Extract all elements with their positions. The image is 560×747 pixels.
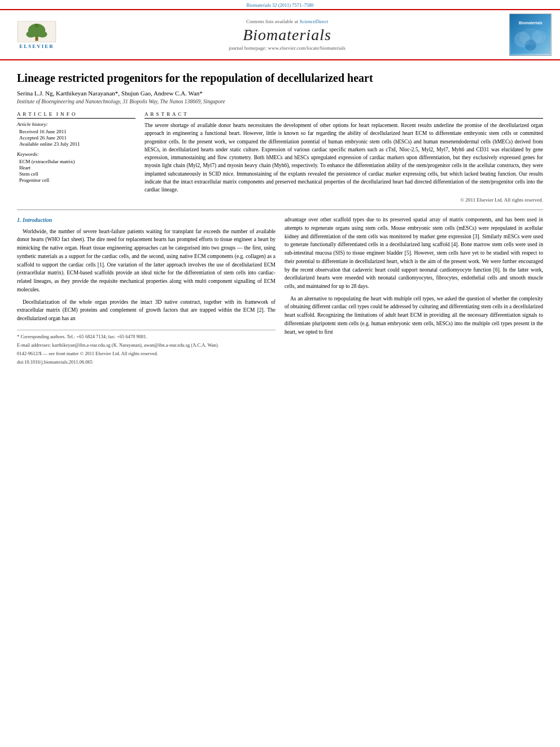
article-info-abstract-columns: A R T I C L E I N F O Article history: R…	[17, 111, 543, 203]
body-column-right: advantage over other scaffold types due …	[285, 216, 543, 366]
footnote-doi: doi:10.1016/j.biomaterials.2011.06.065	[17, 359, 275, 366]
keyword-ecm: ECM (extracellular matrix)	[17, 159, 135, 164]
journal-top-bar: Biomaterials 32 (2011) 7571–7580	[0, 0, 560, 10]
elsevier-logo-area: ELSEVIER	[6, 19, 68, 50]
footnote-issn: 0142-9612/$ — see front matter © 2011 El…	[17, 350, 275, 357]
footnote-corresponding: * Corresponding authors. Tel.: +65 6824 …	[17, 333, 275, 340]
footnote-area: * Corresponding authors. Tel.: +65 6824 …	[17, 330, 275, 366]
journal-logo-right: Biomaterials	[506, 14, 554, 56]
article-info-section-label: A R T I C L E I N F O	[17, 111, 135, 119]
journal-homepage: journal homepage: www.elsevier.com/locat…	[68, 45, 506, 51]
contents-available-line: Contents lists available at ScienceDirec…	[68, 19, 506, 24]
abstract-box: A B S T R A C T The severe shortage of a…	[145, 111, 543, 203]
biomaterials-cover-icon: Biomaterials	[511, 14, 550, 54]
elsevier-tree-icon	[14, 21, 59, 42]
accepted-date: Accepted 26 June 2011	[17, 135, 135, 141]
article-content: Lineage restricted progenitors for the r…	[0, 60, 560, 373]
abstract-text: The severe shortage of available donor h…	[145, 121, 543, 194]
available-online-date: Available online 23 July 2011	[17, 141, 135, 147]
journal-reference: Biomaterials 32 (2011) 7571–7580	[247, 2, 314, 8]
authors-text: Serina L.J. Ng, Karthikeyan Narayanan*, …	[17, 90, 203, 97]
svg-text:Biomaterials: Biomaterials	[518, 21, 542, 25]
elsevier-text: ELSEVIER	[19, 43, 54, 49]
history-label: Article history:	[17, 121, 135, 127]
section-divider	[17, 209, 543, 210]
footnote-email: E-mail addresses: karthikeyan@ibn.a-star…	[17, 342, 275, 349]
received-date: Received 16 June 2011	[17, 129, 135, 134]
elsevier-logo: ELSEVIER	[11, 19, 62, 50]
abstract-section-label: A B S T R A C T	[145, 111, 543, 119]
sciencedirect-link[interactable]: ScienceDirect	[300, 19, 328, 24]
svg-point-5	[35, 24, 39, 28]
article-title: Lineage restricted progenitors for the r…	[17, 71, 543, 85]
svg-point-4	[38, 30, 47, 37]
keyword-stem-cell: Stem cell	[17, 171, 135, 177]
article-info-box: A R T I C L E I N F O Article history: R…	[17, 111, 135, 203]
journal-title: Biomaterials	[68, 26, 506, 44]
biomaterials-logo-text: Biomaterials	[511, 14, 550, 55]
article-affiliation: Institute of Bioengineering and Nanotech…	[17, 99, 543, 104]
intro-para-2: Decellularization of the whole organ pro…	[17, 298, 275, 323]
biomaterials-logo-box: Biomaterials	[509, 14, 552, 56]
article-authors: Serina L.J. Ng, Karthikeyan Narayanan*, …	[17, 90, 543, 97]
journal-center-info: Contents lists available at ScienceDirec…	[68, 19, 506, 51]
journal-header: ELSEVIER Contents lists available at Sci…	[0, 10, 560, 60]
copyright-line: © 2011 Elsevier Ltd. All rights reserved…	[145, 197, 543, 203]
svg-point-3	[26, 30, 36, 37]
keywords-label: Keywords:	[17, 151, 135, 157]
keyword-progenitor-cell: Progenitor cell	[17, 177, 135, 183]
body-columns: 1. Introduction Worldwide, the number of…	[17, 216, 543, 366]
intro-para-1: Worldwide, the number of severe heart-fa…	[17, 228, 275, 294]
body-column-left: 1. Introduction Worldwide, the number of…	[17, 216, 275, 366]
intro-para-col2-1: advantage over other scaffold types due …	[285, 216, 543, 290]
keyword-heart: Heart	[17, 165, 135, 171]
intro-heading: 1. Introduction	[17, 216, 275, 225]
intro-para-col2-2: As an alternative to repopulating the he…	[285, 295, 543, 337]
svg-point-12	[519, 28, 542, 45]
